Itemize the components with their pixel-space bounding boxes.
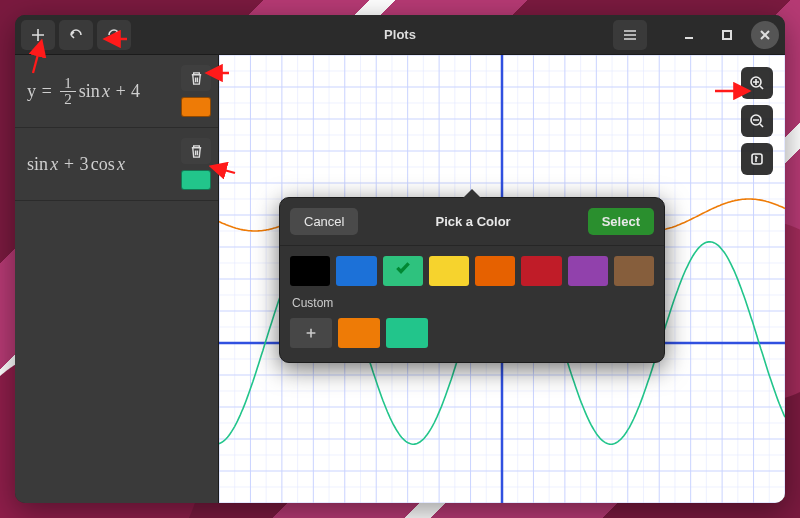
redo-button[interactable] (97, 20, 131, 50)
custom-swatch[interactable] (338, 318, 380, 348)
redo-icon (106, 27, 122, 43)
svg-rect-0 (723, 31, 731, 39)
minimize-icon (683, 29, 695, 41)
zoom-reset-icon (749, 151, 765, 167)
titlebar: Plots (15, 15, 785, 55)
formula-display[interactable]: y = 12 sin x + 4 (23, 65, 174, 117)
custom-color-row (280, 310, 664, 362)
zoom-in-button[interactable] (741, 67, 773, 99)
palette-swatch[interactable] (568, 256, 608, 286)
undo-icon (68, 27, 84, 43)
zoom-out-button[interactable] (741, 105, 773, 137)
formula-color-chip[interactable] (181, 170, 211, 190)
palette-swatch[interactable] (336, 256, 376, 286)
trash-icon (189, 71, 204, 86)
color-palette (280, 246, 664, 292)
add-formula-button[interactable] (21, 20, 55, 50)
close-icon (759, 29, 771, 41)
delete-formula-button[interactable] (181, 138, 211, 164)
window-maximize-button[interactable] (713, 21, 741, 49)
plus-icon (30, 27, 46, 43)
palette-swatch[interactable] (521, 256, 561, 286)
color-picker-select-button[interactable]: Select (588, 208, 654, 235)
maximize-icon (721, 29, 733, 41)
zoom-reset-button[interactable] (741, 143, 773, 175)
custom-section-label: Custom (280, 292, 664, 310)
zoom-in-icon (749, 75, 765, 91)
formula-row[interactable]: sin x + 3 cos x (15, 128, 218, 201)
palette-swatch[interactable] (475, 256, 515, 286)
palette-swatch[interactable] (429, 256, 469, 286)
custom-swatch[interactable] (386, 318, 428, 348)
plus-icon (304, 326, 318, 340)
zoom-out-icon (749, 113, 765, 129)
color-picker-cancel-button[interactable]: Cancel (290, 208, 358, 235)
formula-display[interactable]: sin x + 3 cos x (23, 138, 174, 190)
add-custom-color-button[interactable] (290, 318, 332, 348)
delete-formula-button[interactable] (181, 65, 211, 91)
color-picker-title: Pick a Color (358, 214, 587, 229)
color-picker-popover: Cancel Pick a Color Select Custom (279, 197, 665, 363)
trash-icon (189, 144, 204, 159)
hamburger-icon (622, 27, 638, 43)
undo-button[interactable] (59, 20, 93, 50)
svg-rect-71 (752, 154, 762, 164)
palette-swatch[interactable] (383, 256, 423, 286)
formula-sidebar: y = 12 sin x + 4 sin x + 3 cos x (15, 55, 219, 503)
plots-window: Plots y = 12 sin x + 4 (15, 15, 785, 503)
window-close-button[interactable] (751, 21, 779, 49)
formula-color-chip[interactable] (181, 97, 211, 117)
palette-swatch[interactable] (614, 256, 654, 286)
window-minimize-button[interactable] (675, 21, 703, 49)
app-menu-button[interactable] (613, 20, 647, 50)
formula-row[interactable]: y = 12 sin x + 4 (15, 55, 218, 128)
zoom-controls (741, 67, 773, 175)
palette-swatch[interactable] (290, 256, 330, 286)
